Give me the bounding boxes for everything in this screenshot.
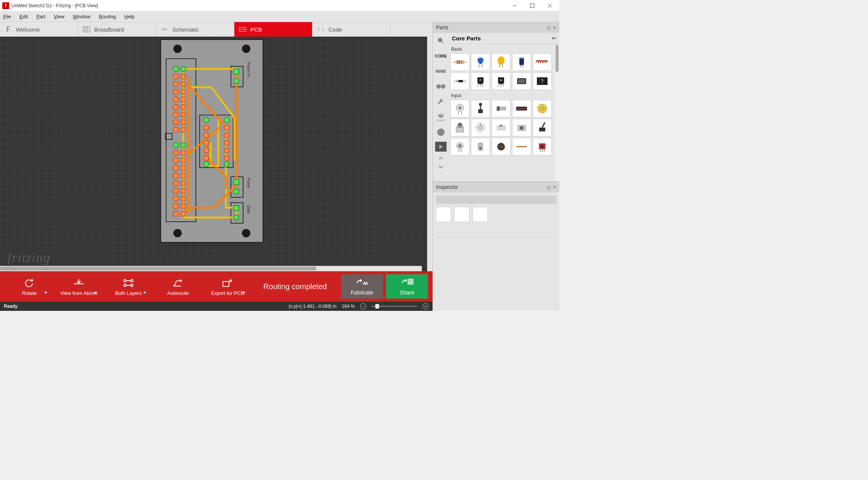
inspector-header[interactable]: Inspector ◱✕ bbox=[433, 182, 559, 192]
tab-welcome[interactable]: Welcome bbox=[0, 22, 78, 37]
menu-window[interactable]: Window bbox=[73, 14, 90, 19]
part-diode[interactable] bbox=[450, 72, 469, 90]
svg-point-75 bbox=[131, 284, 133, 286]
part-toggle[interactable] bbox=[533, 119, 552, 136]
part-joystick[interactable] bbox=[471, 100, 490, 117]
part-wire[interactable] bbox=[512, 138, 531, 155]
part-electrolytic-cap[interactable] bbox=[512, 53, 531, 71]
pcb-canvas[interactable]: fritzing Power In Power Data bbox=[0, 37, 432, 271]
fabricate-button[interactable]: Fabricate bbox=[341, 274, 383, 299]
part-slide-switch[interactable] bbox=[492, 100, 511, 117]
search-icon[interactable] bbox=[434, 35, 448, 46]
svg-point-95 bbox=[498, 56, 504, 65]
part-rotary-encoder[interactable] bbox=[450, 100, 469, 117]
undock-icon[interactable]: ◱ bbox=[547, 185, 551, 190]
menu-part[interactable]: Part bbox=[36, 14, 45, 19]
part-potentiometer[interactable] bbox=[450, 119, 469, 136]
bin-wrench-icon[interactable] bbox=[434, 96, 448, 107]
part-transistor-n[interactable]: N bbox=[492, 72, 511, 90]
part-microphone[interactable] bbox=[450, 138, 469, 155]
svg-point-72 bbox=[124, 280, 126, 282]
inspector-thumb[interactable] bbox=[472, 207, 488, 222]
part-rotary-dial[interactable] bbox=[471, 119, 490, 136]
bin-down-icon[interactable] bbox=[434, 165, 448, 170]
tab-schematic[interactable]: Schematic bbox=[156, 22, 234, 37]
menubar: File Edit Part View Window Routing Help bbox=[0, 11, 559, 22]
menu-view[interactable]: View bbox=[54, 14, 64, 19]
bin-play-icon[interactable] bbox=[435, 142, 447, 152]
menu-file[interactable]: File bbox=[3, 14, 11, 19]
svg-text:N: N bbox=[500, 78, 502, 82]
maximize-button[interactable] bbox=[524, 0, 541, 11]
close-button[interactable] bbox=[541, 0, 559, 11]
pcb-board[interactable]: Power In Power Data bbox=[160, 39, 264, 243]
inspector-thumb[interactable] bbox=[454, 207, 469, 222]
undock-icon[interactable]: ◱ bbox=[547, 25, 551, 30]
parts-grid-basic: P N ? bbox=[450, 53, 558, 92]
bin-arduino-icon[interactable] bbox=[434, 81, 448, 92]
menu-help[interactable]: Help bbox=[124, 14, 135, 19]
tab-breadboard[interactable]: Breadboard bbox=[78, 22, 156, 37]
category-basic: Basic bbox=[450, 46, 558, 53]
share-button[interactable]: Share bbox=[386, 274, 428, 299]
part-transistor-p[interactable]: P bbox=[471, 72, 490, 90]
inspector-name-field[interactable] bbox=[436, 195, 556, 204]
parts-panel-header[interactable]: Parts ◱✕ bbox=[433, 22, 559, 33]
both-layers-button[interactable]: Both Layers bbox=[104, 277, 153, 296]
close-icon[interactable]: ✕ bbox=[553, 185, 556, 190]
part-photoresistor[interactable] bbox=[492, 138, 511, 155]
autoroute-button[interactable]: Autoroute bbox=[153, 277, 203, 296]
svg-rect-137 bbox=[459, 123, 461, 125]
menu-routing[interactable]: Routing bbox=[99, 14, 116, 19]
bin-menu-icon[interactable]: ▾≡ bbox=[552, 36, 556, 41]
zoom-slider[interactable] bbox=[372, 306, 417, 307]
status-bar: Ready (x,y)=(-1.461, -0.068) in 164 % − … bbox=[0, 302, 432, 311]
autoroute-icon bbox=[172, 277, 184, 289]
part-tantalum-cap[interactable] bbox=[492, 53, 511, 71]
part-ceramic-cap[interactable] bbox=[471, 53, 490, 71]
part-dip-switch[interactable] bbox=[512, 100, 531, 117]
part-mystery[interactable]: ? bbox=[533, 72, 552, 90]
zoom-out-button[interactable]: − bbox=[360, 303, 366, 309]
svg-rect-144 bbox=[539, 128, 545, 131]
minimize-button[interactable] bbox=[506, 0, 524, 11]
rotate-button[interactable]: Rotate bbox=[5, 277, 54, 296]
horizontal-scrollbar[interactable] bbox=[0, 266, 422, 271]
bin-mine[interactable]: MINE bbox=[434, 66, 448, 77]
part-inductor[interactable] bbox=[533, 53, 552, 71]
part-tilt[interactable] bbox=[471, 138, 490, 155]
svg-rect-126 bbox=[497, 106, 500, 111]
inspector-panel: Inspector ◱✕ bbox=[433, 181, 559, 311]
part-coin-cell[interactable] bbox=[533, 100, 552, 117]
bin-intel-icon[interactable]: intel bbox=[434, 126, 448, 138]
part-tactile[interactable] bbox=[492, 119, 511, 136]
part-relay[interactable] bbox=[512, 72, 531, 90]
bin-core[interactable]: CORE bbox=[434, 50, 448, 62]
right-panels: Parts ◱✕ CORE MINE seeed intel Core Part… bbox=[432, 22, 559, 311]
part-ir-sensor[interactable] bbox=[533, 138, 552, 155]
bin-seeed-icon[interactable]: seeed bbox=[434, 111, 448, 123]
svg-point-74 bbox=[124, 284, 126, 286]
zoom-in-button[interactable]: + bbox=[423, 303, 429, 309]
view-tabs: Welcome Breadboard Schematic PCB Code bbox=[0, 22, 432, 37]
svg-point-10 bbox=[87, 30, 88, 31]
part-pushbutton[interactable] bbox=[512, 119, 531, 136]
tab-label: Breadboard bbox=[94, 26, 124, 33]
export-pcb-button[interactable]: Export for PCB bbox=[203, 277, 252, 296]
svg-point-119 bbox=[458, 106, 461, 109]
close-icon[interactable]: ✕ bbox=[553, 25, 556, 30]
tab-code[interactable]: Code bbox=[312, 22, 391, 37]
watermark: fritzing bbox=[8, 250, 50, 266]
tab-pcb[interactable]: PCB bbox=[234, 22, 312, 37]
svg-rect-132 bbox=[525, 107, 526, 110]
bin-up-icon[interactable] bbox=[434, 155, 448, 161]
svg-line-82 bbox=[442, 42, 444, 43]
rotate-icon bbox=[24, 277, 35, 289]
part-resistor[interactable] bbox=[450, 53, 469, 71]
view-from-above-button[interactable]: View from Above bbox=[54, 277, 104, 296]
inspector-thumb[interactable] bbox=[436, 207, 451, 222]
app-icon: f bbox=[2, 2, 9, 9]
parts-scrollbar[interactable] bbox=[555, 44, 559, 181]
btn-label: Share bbox=[400, 290, 414, 296]
menu-edit[interactable]: Edit bbox=[19, 14, 28, 19]
